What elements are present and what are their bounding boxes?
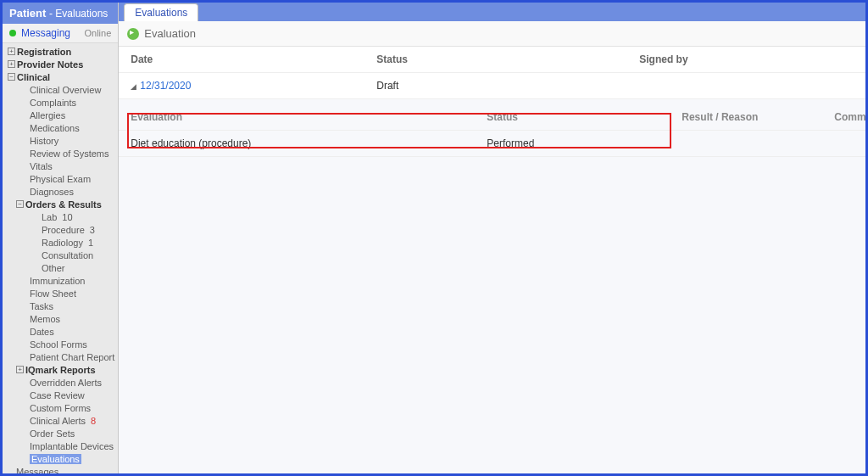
evaluation-icon — [127, 28, 139, 40]
tree-procedure[interactable]: Procedure3 — [38, 223, 118, 236]
col-evaluation: Evaluation — [131, 111, 487, 123]
tree-clinical-overview[interactable]: Clinical Overview — [26, 83, 118, 96]
tree-overridden-alerts[interactable]: Overridden Alerts — [26, 376, 118, 389]
eval-name: Diet education (procedure) — [131, 137, 487, 149]
expand-icon[interactable]: + — [16, 366, 24, 373]
tree-case-review[interactable]: Case Review — [26, 389, 118, 401]
tabs: Evaluations — [119, 3, 868, 21]
row-status: Draft — [376, 80, 639, 92]
tree-dates[interactable]: Dates — [26, 325, 118, 338]
tree-messages[interactable]: Messages — [13, 465, 118, 473]
app-title: Patient — [9, 7, 46, 20]
evaluation-grid: Date Status Signed by Log ◢12/31/2020 Dr… — [119, 47, 868, 157]
tree-patient-chart-report[interactable]: Patient Chart Report — [26, 350, 118, 363]
col-comments: Comments — [834, 111, 868, 123]
tree-review-of-systems[interactable]: Review of Systems — [26, 147, 118, 160]
tree-other[interactable]: Other — [38, 261, 118, 274]
col-signed-by: Signed by — [639, 53, 868, 65]
app-subtitle: - Evaluations — [49, 8, 108, 20]
collapse-icon[interactable]: − — [16, 200, 24, 208]
nav-tree: +Registration +Provider Notes −Clinical … — [3, 43, 118, 473]
tree-diagnoses[interactable]: Diagnoses — [26, 185, 118, 198]
tree-medications[interactable]: Medications — [26, 121, 118, 134]
tree-tasks[interactable]: Tasks — [26, 300, 118, 312]
tree-provider-notes[interactable]: +Provider Notes — [4, 58, 118, 70]
tree-allergies[interactable]: Allergies — [26, 109, 118, 121]
sidebar-header: Patient - Evaluations — [3, 3, 118, 24]
tree-radiology[interactable]: Radiology1 — [38, 236, 118, 249]
subgrid-header: Evaluation Status Result / Reason Commen… — [119, 104, 868, 131]
main-panel: Evaluations Evaluation Date Status Signe… — [119, 3, 868, 473]
tab-evaluations[interactable]: Evaluations — [124, 3, 198, 21]
status-dot-icon — [9, 30, 16, 36]
tree-immunization[interactable]: Immunization — [26, 274, 118, 287]
tree-custom-forms[interactable]: Custom Forms — [26, 401, 118, 414]
subgrid-row[interactable]: Diet education (procedure) Performed — [119, 131, 868, 156]
tree-orders-results[interactable]: −Orders & Results — [13, 198, 118, 210]
row-date: ◢12/31/2020 — [131, 80, 376, 92]
col-status: Status — [376, 53, 639, 65]
grid-header: Date Status Signed by Log — [119, 47, 868, 73]
tree-clinical-alerts[interactable]: Clinical Alerts8 — [26, 414, 118, 427]
eval-status: Performed — [487, 137, 682, 149]
tree-lab[interactable]: Lab10 — [38, 210, 118, 223]
col-substatus: Status — [487, 111, 682, 123]
col-result: Result / Reason — [682, 111, 834, 123]
expand-icon[interactable]: + — [8, 60, 15, 68]
page-heading-row: Evaluation — [119, 21, 868, 47]
date-link[interactable]: 12/31/2020 — [140, 80, 191, 92]
sidebar: Patient - Evaluations Messaging Online +… — [3, 3, 119, 473]
tree-registration[interactable]: +Registration — [4, 45, 118, 58]
tree-vitals[interactable]: Vitals — [26, 160, 118, 172]
tree-school-forms[interactable]: School Forms — [26, 338, 118, 350]
tree-order-sets[interactable]: Order Sets — [26, 427, 118, 440]
tree-history[interactable]: History — [26, 134, 118, 147]
expand-triangle-icon[interactable]: ◢ — [131, 82, 136, 91]
tree-consultation[interactable]: Consultation — [38, 249, 118, 261]
expand-icon[interactable]: + — [8, 48, 15, 55]
tree-iqmark-reports[interactable]: +IQmark Reports — [13, 363, 118, 376]
grid-row[interactable]: ◢12/31/2020 Draft — [119, 73, 868, 99]
messaging-bar[interactable]: Messaging Online — [3, 24, 118, 43]
subgrid: Evaluation Status Result / Reason Commen… — [119, 99, 868, 157]
tree-flow-sheet[interactable]: Flow Sheet — [26, 287, 118, 300]
tree-implantable-devices[interactable]: Implantable Devices — [26, 440, 118, 452]
messaging-status: Online — [84, 28, 111, 38]
tree-evaluations[interactable]: Evaluations — [26, 452, 118, 465]
tree-complaints[interactable]: Complaints — [26, 96, 118, 109]
tree-clinical[interactable]: −Clinical — [4, 70, 118, 83]
messaging-label: Messaging — [21, 27, 84, 39]
tree-physical-exam[interactable]: Physical Exam — [26, 172, 118, 185]
subgrid-row-wrap: Diet education (procedure) Performed — [119, 131, 868, 157]
tree-memos[interactable]: Memos — [26, 312, 118, 325]
page-title: Evaluation — [144, 27, 196, 40]
col-date: Date — [131, 53, 376, 65]
collapse-icon[interactable]: − — [8, 73, 15, 81]
